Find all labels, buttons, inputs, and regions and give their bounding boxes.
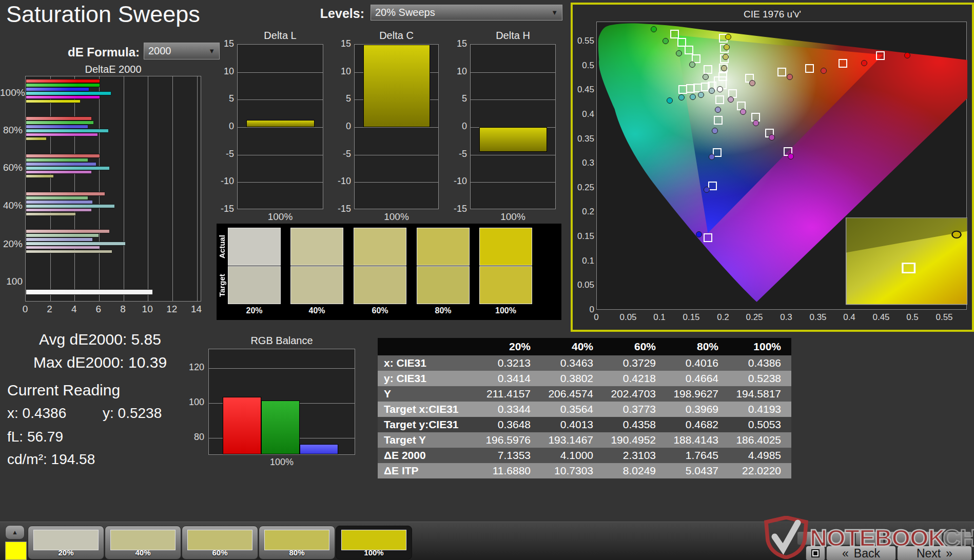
deltae-bar bbox=[26, 204, 115, 208]
levels-label: Levels: bbox=[287, 6, 364, 21]
scroll-up-button[interactable]: ▲ bbox=[5, 525, 25, 539]
level-button-swatch bbox=[341, 530, 406, 550]
cie-target-square bbox=[876, 51, 885, 60]
actual-swatch bbox=[290, 228, 343, 266]
deltae-group-label: 40% bbox=[0, 200, 23, 211]
cie-xtick-label: 0.25 bbox=[742, 312, 767, 323]
delta-ytick-label: -10 bbox=[444, 176, 467, 187]
deltae-chart-xlabels: 02468101214 bbox=[25, 304, 210, 315]
deltae-bar bbox=[26, 237, 93, 242]
table-row-label: Target x:CIE31 bbox=[378, 402, 478, 417]
table-cell: 0.4682 bbox=[666, 417, 729, 432]
cie-xtick-label: 0.2 bbox=[711, 312, 735, 323]
table-cell: 202.4703 bbox=[603, 386, 666, 402]
table-cell: 8.0249 bbox=[603, 463, 666, 478]
deltae-bar bbox=[26, 95, 100, 99]
cie-measured-circle bbox=[725, 34, 731, 40]
delta-ytick-label: 5 bbox=[328, 93, 351, 104]
delta-chart-title: Delta L bbox=[237, 30, 323, 42]
level-button-80%[interactable]: 80% bbox=[259, 526, 335, 559]
table-row: Target y:CIE310.36480.40130.43580.46820.… bbox=[378, 417, 791, 432]
cie-ytick-label: 0.45 bbox=[573, 85, 594, 95]
cie-ytick-label: 0.4 bbox=[573, 109, 594, 119]
cie-xtick-label: 0.15 bbox=[679, 312, 704, 323]
table-cell: 7.1353 bbox=[478, 448, 541, 463]
cie-ytick-label: 0.55 bbox=[573, 36, 594, 46]
level-button-100%[interactable]: 100% bbox=[336, 526, 412, 559]
table-cell: 4.1000 bbox=[541, 448, 603, 463]
de-formula-dropdown[interactable]: 2000 ▼ bbox=[144, 43, 220, 59]
cie-xtick-label: 0.45 bbox=[869, 312, 893, 323]
delta-gridline bbox=[471, 99, 555, 100]
deltae-chart-ylabels: 100%80%60%40%20%100 bbox=[0, 76, 23, 302]
deltae-bar bbox=[26, 200, 93, 204]
table-cell: 2.3103 bbox=[603, 448, 666, 463]
deltae-bar bbox=[26, 116, 92, 121]
target-swatch bbox=[479, 266, 532, 304]
table-row: Target x:CIE310.33440.35640.37730.39690.… bbox=[378, 402, 791, 417]
delta-ytick-label: -10 bbox=[328, 176, 351, 187]
notebookcheck-shield-icon bbox=[763, 516, 810, 559]
deltae-bar bbox=[26, 87, 89, 91]
cie-ytick-label: 0.05 bbox=[573, 280, 594, 290]
cie-measured-circle bbox=[788, 153, 794, 159]
deltae-bar bbox=[26, 208, 92, 212]
deltae-bar bbox=[26, 233, 99, 237]
table-cell: 0.4664 bbox=[666, 371, 729, 386]
delta-gridline bbox=[238, 127, 323, 128]
cie-ytick-label: 0.2 bbox=[573, 207, 594, 217]
level-button-40%[interactable]: 40% bbox=[105, 526, 181, 559]
delta-chart-plot bbox=[470, 44, 556, 209]
delta-chart-plot bbox=[354, 44, 439, 209]
delta-bar bbox=[363, 45, 430, 127]
table-cell: 0.3463 bbox=[541, 355, 603, 371]
table-cell: 0.3344 bbox=[478, 402, 541, 417]
cie-xtick-label: 0.05 bbox=[616, 312, 640, 323]
cie-measured-circle bbox=[709, 154, 715, 160]
cie-measured-circle bbox=[728, 96, 734, 103]
cie-ytick-label: 0.5 bbox=[573, 61, 594, 71]
cie-measured-circle bbox=[749, 80, 755, 86]
delta-ytick-label: -5 bbox=[328, 149, 351, 159]
table-cell: 190.4952 bbox=[603, 432, 666, 448]
cie-measured-circle bbox=[904, 52, 910, 58]
cie-target-square bbox=[704, 233, 712, 242]
level-button-label: 60% bbox=[182, 548, 258, 557]
delta-ytick-label: 15 bbox=[211, 38, 234, 49]
actual-swatch bbox=[417, 228, 470, 266]
delta-chart-xlabel: 100% bbox=[237, 211, 323, 223]
delta-ytick-label: -15 bbox=[328, 204, 351, 214]
deltae-xtick-label: 12 bbox=[164, 304, 180, 315]
table-column-header: 60% bbox=[603, 338, 666, 355]
table-cell: 4.4985 bbox=[729, 448, 791, 463]
level-button-label: 40% bbox=[105, 548, 181, 557]
level-button-swatch bbox=[264, 530, 329, 550]
table-cell: 0.5238 bbox=[729, 371, 791, 386]
levels-dropdown[interactable]: 20% Sweeps ▼ bbox=[371, 5, 562, 21]
level-button-20%[interactable]: 20% bbox=[28, 526, 104, 559]
table-cell: 206.4574 bbox=[541, 386, 603, 402]
table-cell: 0.3802 bbox=[541, 371, 603, 386]
deltae-bar bbox=[26, 166, 110, 170]
table-cell: 0.4013 bbox=[541, 417, 603, 432]
swatch-column-label: 40% bbox=[290, 306, 343, 315]
delta-chart-plot bbox=[237, 44, 323, 209]
level-button-60%[interactable]: 60% bbox=[182, 526, 258, 559]
table-cell: 198.9627 bbox=[666, 386, 729, 402]
cie-measured-circle bbox=[753, 120, 759, 126]
delta-ytick-label: 10 bbox=[211, 66, 234, 77]
table-row: ΔE 20007.13534.10002.31031.76454.4985 bbox=[378, 448, 791, 463]
table-row: Y211.4157206.4574202.4703198.9627194.581… bbox=[378, 386, 791, 402]
swatch-column-label: 20% bbox=[228, 306, 281, 315]
delta-gridline bbox=[355, 182, 438, 183]
deltae-group-label: 60% bbox=[0, 162, 23, 173]
delta-gridline bbox=[471, 182, 555, 183]
cie-xtick-label: 0.55 bbox=[932, 312, 957, 323]
table-row: Target Y196.5976193.1467190.4952188.4143… bbox=[378, 432, 791, 448]
deltae-bar bbox=[26, 242, 126, 246]
target-swatch bbox=[228, 266, 281, 304]
cie-ytick-label: 0.3 bbox=[573, 158, 594, 168]
delta-ytick-label: 5 bbox=[211, 93, 234, 104]
table-column-header: 100% bbox=[729, 338, 791, 355]
cie-target-square bbox=[777, 68, 786, 76]
